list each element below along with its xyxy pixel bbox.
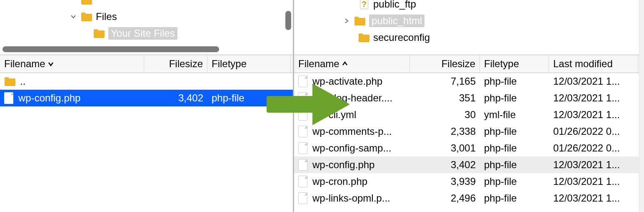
folder-icon	[81, 0, 92, 5]
list-item-parent[interactable]: ..	[0, 73, 293, 90]
file-icon	[298, 126, 307, 137]
header-label: Filetype	[212, 58, 247, 70]
tree-item-public-ftp[interactable]: ? public_ftp	[294, 0, 644, 13]
vertical-scrollbar[interactable]	[285, 11, 291, 30]
local-tree[interactable]: Files Your Site Files	[0, 0, 293, 55]
header-label: Filesize	[442, 58, 475, 70]
tree-item-files[interactable]: Files	[0, 8, 293, 25]
chevron-up-icon	[342, 61, 348, 67]
header-label: Filetype	[484, 58, 519, 70]
filetype-label: php-file	[480, 142, 549, 154]
filesize-label: 351	[410, 92, 480, 104]
filetype-label: php-file	[480, 76, 549, 87]
lastmod-label: 01/26/2022 0...	[549, 126, 638, 137]
lastmod-label: 12/03/2021 1...	[549, 92, 638, 104]
list-item[interactable]: wp-cli.yml30yml-file12/03/2021 1...	[294, 106, 644, 123]
remote-file-list[interactable]: wp-activate.php7,165php-file12/03/2021 1…	[294, 73, 644, 212]
chevron-right-icon[interactable]	[344, 18, 351, 23]
header-filename[interactable]: Filename	[294, 55, 410, 73]
filesize-label: 3,402	[410, 159, 480, 171]
local-pane: Files Your Site Files Filename File	[0, 0, 294, 212]
local-column-headers: Filename Filesize Filetype	[0, 55, 293, 73]
folder-icon	[93, 29, 105, 38]
tree-label: public_ftp	[373, 0, 416, 10]
filetype-label: php-file	[480, 192, 549, 204]
question-icon: ?	[358, 0, 370, 10]
header-lastmodified[interactable]: Last modified	[549, 55, 638, 73]
file-icon	[298, 192, 307, 204]
local-file-list[interactable]: .. wp-config.php 3,402 php-file	[0, 73, 293, 212]
header-label: Last modified	[553, 58, 613, 70]
header-filetype[interactable]: Filetype	[480, 55, 549, 73]
tree-label: Your Site Files	[108, 27, 177, 40]
filename-label: wp-config.php	[312, 159, 374, 171]
filename-label: wp-blog-header....	[312, 92, 392, 104]
horizontal-scrollbar[interactable]	[2, 46, 219, 52]
filesize-label: 7,165	[410, 76, 480, 87]
header-label: Filename	[4, 58, 45, 70]
tree-item-public-html[interactable]: public_html	[294, 13, 644, 29]
remote-tree[interactable]: ? public_ftp public_html securecon	[294, 0, 644, 55]
filename-label: wp-cron.php	[312, 176, 367, 187]
list-item[interactable]: wp-config.php3,402php-file12/03/2021 1..…	[294, 156, 644, 173]
tree-label: public_html	[369, 15, 424, 27]
remote-column-headers: Filename Filesize Filetype Last modified	[294, 55, 644, 73]
folder-icon	[358, 33, 370, 42]
lastmod-label: 12/03/2021 1...	[549, 76, 638, 87]
filetype-label: php-file	[480, 176, 549, 187]
file-icon	[298, 142, 307, 154]
filename-label: wp-comments-p...	[312, 126, 392, 137]
filename-label: wp-config-samp...	[312, 142, 391, 154]
list-item[interactable]: wp-activate.php7,165php-file12/03/2021 1…	[294, 73, 644, 90]
list-item[interactable]: wp-blog-header....351php-file12/03/2021 …	[294, 90, 644, 106]
filetype-label: php-file	[207, 92, 291, 104]
folder-icon	[81, 12, 92, 21]
chevron-down-icon	[48, 61, 54, 67]
filename-label: wp-cli.yml	[312, 109, 356, 121]
lastmod-label: 12/03/2021 1...	[549, 176, 638, 187]
filesize-label: 3,939	[410, 176, 480, 187]
file-icon	[298, 159, 307, 171]
filetype-label: php-file	[480, 159, 549, 171]
header-label: Filesize	[169, 58, 203, 70]
remote-pane: ? public_ftp public_html securecon	[294, 0, 644, 212]
lastmod-label: 12/03/2021 1...	[549, 159, 638, 171]
filename-label: wp-activate.php	[312, 76, 382, 87]
tree-item-secureconfig[interactable]: secureconfig	[294, 29, 644, 46]
file-icon	[298, 109, 307, 121]
filesize-label: 2,338	[410, 126, 480, 137]
file-icon	[298, 76, 307, 87]
lastmod-label: 12/03/2021 1...	[549, 192, 638, 204]
tree-label: Files	[96, 11, 117, 23]
filename-label: wp-config.php	[18, 92, 80, 104]
vertical-scrollbar[interactable]	[639, 0, 644, 212]
filesize-label: 2,496	[410, 192, 480, 204]
folder-icon	[354, 16, 366, 25]
header-filetype[interactable]: Filetype	[207, 55, 291, 73]
tree-label: secureconfig	[373, 32, 430, 43]
list-item-wp-config[interactable]: wp-config.php 3,402 php-file	[0, 90, 293, 106]
list-item[interactable]: wp-config-samp...3,001php-file01/26/2022…	[294, 140, 644, 156]
list-item[interactable]: wp-comments-p...2,338php-file01/26/2022 …	[294, 123, 644, 140]
file-icon	[4, 92, 13, 104]
filesize-label: 30	[410, 109, 480, 121]
folder-icon	[4, 77, 16, 86]
list-item[interactable]: wp-links-opml.p...2,496php-file12/03/202…	[294, 190, 644, 207]
header-filename[interactable]: Filename	[0, 55, 144, 73]
lastmod-label: 01/26/2022 0...	[549, 142, 638, 154]
list-item[interactable]: wp-cron.php3,939php-file12/03/2021 1...	[294, 173, 644, 190]
filetype-label: php-file	[480, 126, 549, 137]
file-icon	[298, 176, 307, 187]
tree-item-your-site-files[interactable]: Your Site Files	[0, 25, 293, 42]
filetype-label: yml-file	[480, 109, 549, 121]
file-icon	[298, 92, 307, 104]
header-label: Filename	[298, 58, 339, 70]
header-filesize[interactable]: Filesize	[410, 55, 480, 73]
chevron-down-icon[interactable]	[71, 14, 77, 19]
filename-label: wp-links-opml.p...	[312, 192, 390, 204]
filesize-label: 3,001	[410, 142, 480, 154]
filesize-label: 3,402	[144, 92, 207, 104]
filename-label: ..	[20, 76, 25, 87]
header-filesize[interactable]: Filesize	[144, 55, 207, 73]
filetype-label: php-file	[480, 92, 549, 104]
